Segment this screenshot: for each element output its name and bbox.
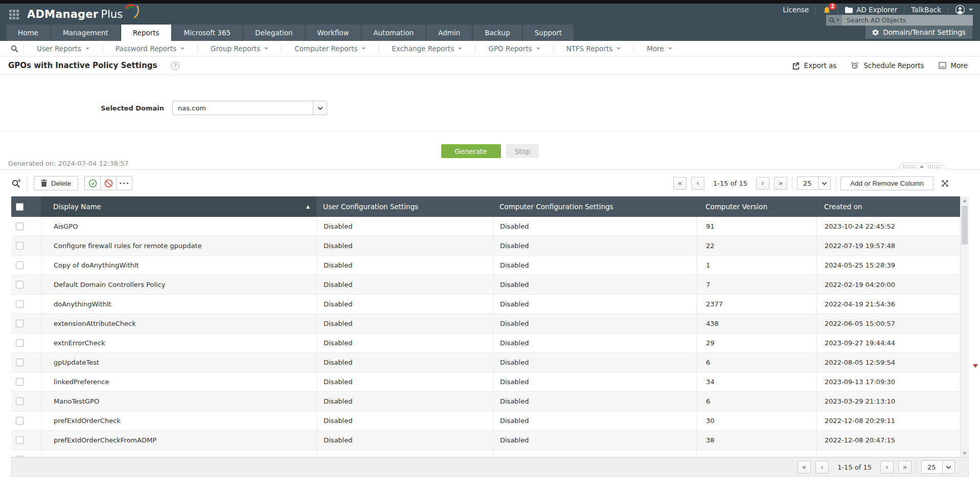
page-header: GPOs with Inactive Policy Settings ? Exp… bbox=[0, 57, 980, 75]
row-checkbox[interactable] bbox=[16, 223, 24, 230]
page-size-select[interactable]: 25 bbox=[797, 176, 831, 190]
more-actions-button[interactable]: More bbox=[939, 61, 968, 70]
tab-backup[interactable]: Backup bbox=[473, 25, 522, 41]
cell-created-on: 2022-04-19 21:54:36 bbox=[816, 295, 969, 314]
footer-first-page-button[interactable]: « bbox=[797, 461, 811, 474]
schedule-reports-button[interactable]: Schedule Reports bbox=[851, 61, 924, 70]
notifications-button[interactable]: 2 bbox=[823, 6, 831, 14]
report-nav-exchange-reports[interactable]: Exchange Reports bbox=[378, 45, 475, 53]
generate-button[interactable]: Generate bbox=[441, 144, 501, 158]
add-remove-column-button[interactable]: Add or Remove Column bbox=[840, 176, 933, 190]
table-search-button[interactable] bbox=[11, 179, 21, 188]
report-nav-computer-reports[interactable]: Computer Reports bbox=[281, 45, 378, 53]
cell-display-name: Default Domain Controllers Policy bbox=[41, 275, 316, 294]
report-search-button[interactable] bbox=[5, 45, 24, 53]
column-header-display-name[interactable]: Display Name ▲ bbox=[41, 196, 316, 217]
more-panel-icon bbox=[939, 62, 946, 69]
export-icon bbox=[792, 62, 800, 70]
last-page-button[interactable]: » bbox=[774, 177, 787, 190]
cell-created-on: 2022-02-19 04:20:00 bbox=[816, 275, 969, 294]
tab-home[interactable]: Home bbox=[6, 25, 50, 41]
cell-computer-config: Disabled bbox=[493, 431, 696, 450]
row-checkbox[interactable] bbox=[16, 359, 24, 366]
brand-suffix: Plus bbox=[101, 8, 123, 20]
report-nav-ntfs-reports[interactable]: NTFS Reports bbox=[553, 45, 634, 53]
row-checkbox[interactable] bbox=[16, 300, 24, 308]
cell-user-config: Disabled bbox=[316, 353, 493, 372]
row-checkbox[interactable] bbox=[16, 320, 24, 327]
footer-last-page-button[interactable]: » bbox=[898, 461, 911, 474]
scrollbar-thumb[interactable] bbox=[962, 206, 968, 244]
stop-button[interactable]: Stop bbox=[506, 144, 539, 158]
select-all-checkbox[interactable] bbox=[16, 203, 24, 211]
row-checkbox[interactable] bbox=[16, 281, 24, 288]
talkback-link[interactable]: TalkBack bbox=[911, 6, 941, 14]
tab-automation[interactable]: Automation bbox=[362, 25, 426, 41]
scroll-down-button[interactable] bbox=[961, 449, 969, 457]
collapse-panel-handle[interactable] bbox=[897, 163, 947, 170]
logo-swoosh bbox=[124, 3, 139, 19]
report-nav-more[interactable]: More bbox=[633, 45, 685, 53]
tab-workflow[interactable]: Workflow bbox=[306, 25, 361, 41]
next-page-button[interactable]: › bbox=[756, 177, 769, 190]
column-header-computer-config[interactable]: Computer Configuration Settings bbox=[493, 196, 696, 217]
cell-user-config: Disabled bbox=[316, 314, 493, 333]
grip-dots bbox=[927, 165, 941, 168]
cell-display-name: AisGPO bbox=[41, 217, 316, 236]
row-checkbox[interactable] bbox=[16, 378, 24, 386]
tab-admin[interactable]: Admin bbox=[426, 25, 472, 41]
row-checkbox[interactable] bbox=[16, 261, 24, 269]
footer-page-size-select[interactable]: 25 bbox=[921, 460, 955, 474]
tab-microsoft-365[interactable]: Microsoft 365 bbox=[172, 25, 243, 41]
table-row: linkedPreferenceDisabledDisabled342023-0… bbox=[11, 372, 969, 392]
column-header-created-on[interactable]: Created on bbox=[816, 196, 969, 217]
enable-button[interactable] bbox=[84, 176, 101, 190]
first-page-button[interactable]: « bbox=[673, 177, 687, 190]
tab-delegation[interactable]: Delegation bbox=[243, 25, 304, 41]
table-row: ManoTestGPODisabledDisabled62023-03-29 2… bbox=[11, 392, 969, 411]
column-header-computer-version[interactable]: Computer Version bbox=[696, 196, 816, 217]
report-nav-label: Computer Reports bbox=[294, 45, 357, 53]
delete-button[interactable]: Delete bbox=[34, 176, 78, 190]
column-header-user-config[interactable]: User Configuration Settings bbox=[316, 196, 493, 217]
tab-support[interactable]: Support bbox=[523, 25, 574, 41]
column-label: Display Name bbox=[53, 203, 101, 211]
export-as-button[interactable]: Export as bbox=[792, 61, 837, 70]
cell-display-name: gpUpdateTest bbox=[41, 353, 316, 372]
disable-button[interactable] bbox=[100, 176, 117, 190]
row-checkbox[interactable] bbox=[16, 242, 24, 250]
search-input[interactable] bbox=[842, 15, 973, 26]
chevron-down-icon bbox=[942, 461, 954, 473]
row-checkbox[interactable] bbox=[16, 339, 24, 347]
row-checkbox[interactable] bbox=[16, 456, 24, 457]
footer-prev-page-button[interactable]: ‹ bbox=[815, 461, 829, 474]
header-utilities: License 2 AD Explorer TalkBack bbox=[783, 5, 973, 15]
scroll-up-button[interactable] bbox=[961, 196, 969, 205]
row-checkbox[interactable] bbox=[16, 436, 24, 444]
report-nav-user-reports[interactable]: User Reports bbox=[24, 45, 102, 53]
license-link[interactable]: License bbox=[783, 6, 809, 14]
help-icon[interactable]: ? bbox=[171, 61, 179, 70]
more-row-actions-button[interactable]: ••• bbox=[116, 176, 132, 190]
row-checkbox[interactable] bbox=[16, 397, 24, 405]
row-checkbox[interactable] bbox=[16, 417, 24, 425]
domain-tenant-settings-button[interactable]: Domain/Tenant Settings bbox=[865, 26, 972, 39]
report-nav-gpo-reports[interactable]: GPO Reports bbox=[475, 45, 553, 53]
user-menu[interactable] bbox=[955, 5, 973, 15]
scroll-down-indicator[interactable] bbox=[973, 364, 978, 370]
row-select-cell bbox=[11, 392, 41, 411]
report-nav-group-reports[interactable]: Group Reports bbox=[197, 45, 281, 53]
prev-page-button[interactable]: ‹ bbox=[691, 177, 704, 190]
domain-select[interactable]: nas.com bbox=[172, 101, 327, 115]
footer-page-size-value: 25 bbox=[922, 463, 942, 471]
tab-reports[interactable]: Reports bbox=[121, 25, 171, 41]
fullscreen-button[interactable] bbox=[941, 179, 949, 188]
ad-explorer-link[interactable]: AD Explorer bbox=[845, 6, 897, 14]
footer-next-page-button[interactable]: › bbox=[880, 461, 894, 474]
tab-management[interactable]: Management bbox=[51, 25, 120, 41]
report-nav-password-reports[interactable]: Password Reports bbox=[102, 45, 197, 53]
search-scope-button[interactable] bbox=[826, 15, 842, 26]
cell-computer-version: 6 bbox=[696, 353, 816, 372]
app-launcher-icon[interactable] bbox=[9, 10, 19, 19]
divider bbox=[904, 6, 904, 14]
